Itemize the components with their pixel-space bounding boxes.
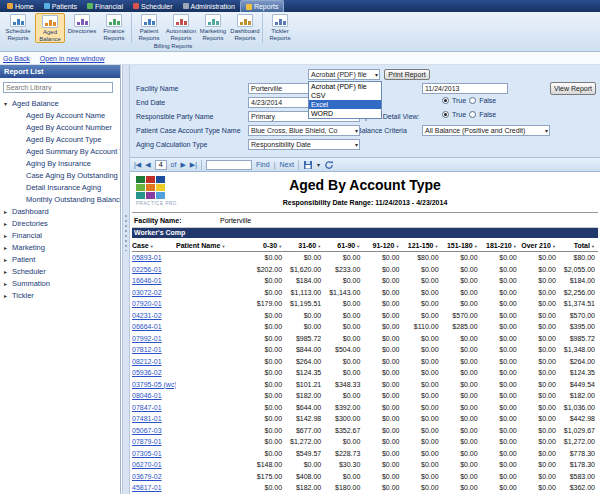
tab-administration[interactable]: Administration xyxy=(178,0,240,12)
tree-item-dashboard[interactable]: ▸Dashboard xyxy=(0,206,120,218)
tree-item-scheduler[interactable]: ▸Scheduler xyxy=(0,266,120,278)
view-report-button[interactable]: View Report xyxy=(550,82,596,95)
tree-toggle-icon[interactable]: ▸ xyxy=(4,206,12,218)
ribbon-button-automation-reports[interactable]: Automation Reports xyxy=(166,13,196,43)
tree-toggle-icon[interactable]: ▸ xyxy=(4,278,12,290)
case-link[interactable]: 04231-02 xyxy=(132,312,162,319)
case-link[interactable]: 07879-01 xyxy=(132,438,162,445)
first-page-button[interactable]: |◀ xyxy=(134,161,141,169)
ribbon-button-tickler-reports[interactable]: Tickler Reports xyxy=(265,13,295,43)
case-link[interactable]: 05936-02 xyxy=(132,369,162,376)
page-number-input[interactable] xyxy=(155,160,167,170)
case-link[interactable]: 05893-01 xyxy=(132,254,162,261)
ribbon-button-finance-reports[interactable]: Finance Reports xyxy=(99,13,129,43)
tree-item-aged-by-account-type[interactable]: Aged By Account Type xyxy=(0,134,120,146)
tree-item-monthly-outstanding-balance-a[interactable]: Monthly Outstanding Balance A xyxy=(0,194,120,206)
tree-toggle-icon[interactable]: ▾ xyxy=(4,98,12,110)
format-option-excel[interactable]: Excel xyxy=(309,100,381,109)
tree-item-case-aging-by-outstanding-day[interactable]: Case Aging By Outstanding Day xyxy=(0,170,120,182)
case-link[interactable]: 08046-01 xyxy=(132,392,162,399)
export-icon[interactable] xyxy=(303,160,313,170)
ribbon-button-patient-reports[interactable]: Patient Reports xyxy=(134,13,164,43)
tree-item-patient[interactable]: ▸Patient xyxy=(0,254,120,266)
next-page-button[interactable]: ▶ xyxy=(180,161,185,169)
tab-home[interactable]: Home xyxy=(2,0,39,12)
radio-true-icon[interactable] xyxy=(442,97,449,104)
find-link[interactable]: Find xyxy=(256,161,270,168)
tree-toggle-icon[interactable]: ▸ xyxy=(4,254,12,266)
export-format-select[interactable]: Acrobat (PDF) file ▾ xyxy=(308,69,380,80)
tree-toggle-icon[interactable]: ▸ xyxy=(4,266,12,278)
case-link[interactable]: 07847-01 xyxy=(132,404,162,411)
tree-item-aged-by-account-number[interactable]: Aged By Account Number xyxy=(0,122,120,134)
tree-item-detail-insurance-aging[interactable]: Detail Insurance Aging xyxy=(0,182,120,194)
radio-false-icon[interactable] xyxy=(469,97,476,104)
ribbon-button-directories[interactable]: Directories xyxy=(67,13,97,43)
case-link[interactable]: 03072-02 xyxy=(132,289,162,296)
format-option-word[interactable]: WORD xyxy=(309,109,381,118)
prev-page-button[interactable]: ◀ xyxy=(145,161,150,169)
export-caret-icon[interactable]: ▾ xyxy=(317,161,320,168)
tree-item-aged-balance[interactable]: ▾Aged Balance xyxy=(0,98,120,110)
tree-toggle-icon[interactable]: ▸ xyxy=(4,290,12,302)
tree-item-marketing[interactable]: ▸Marketing xyxy=(0,242,120,254)
refresh-icon[interactable] xyxy=(324,160,334,170)
tree-item-aged-by-account-name[interactable]: Aged By Account Name xyxy=(0,110,120,122)
tree-item-directories[interactable]: ▸Directories xyxy=(0,218,120,230)
balance-criteria-select[interactable]: All Balance (Positive and Credit) ▾ xyxy=(422,125,550,136)
radio-true-icon[interactable] xyxy=(442,111,449,118)
case-link[interactable]: 05067-03 xyxy=(132,427,162,434)
case-link[interactable]: 07481-01 xyxy=(132,415,162,422)
column-header-case[interactable]: Case ▼ xyxy=(132,242,176,249)
ribbon-button-dashboard-reports[interactable]: Dashboard Reports xyxy=(230,13,260,43)
tree-toggle-icon[interactable]: ▸ xyxy=(4,218,12,230)
column-header-121-150[interactable]: 121-150 ▼ xyxy=(402,242,441,249)
case-link[interactable]: 06664-01 xyxy=(132,323,162,330)
case-link[interactable]: 08212-01 xyxy=(132,358,162,365)
column-header-over-210[interactable]: Over 210 ▼ xyxy=(520,242,559,249)
ribbon-button-schedule-reports[interactable]: Schedule Reports xyxy=(3,13,33,43)
tab-patients[interactable]: Patients xyxy=(39,0,82,12)
tab-scheduler[interactable]: Scheduler xyxy=(128,0,178,12)
tree-item-tickler[interactable]: ▸Tickler xyxy=(0,290,120,302)
case-link[interactable]: 45817-01 xyxy=(132,484,162,491)
column-header-151-180[interactable]: 151-180 ▼ xyxy=(442,242,481,249)
last-page-button[interactable]: ▶| xyxy=(190,161,197,169)
find-input[interactable] xyxy=(206,160,252,170)
tree-item-aging-by-insurance[interactable]: Aging By Insurance xyxy=(0,158,120,170)
tab-financial[interactable]: Financial xyxy=(82,0,128,12)
radio-false-icon[interactable] xyxy=(469,111,476,118)
column-header-31-60[interactable]: 31-60 ▼ xyxy=(285,242,324,249)
param-select-patient-case-account-type-name[interactable]: Blue Cross, Blue Shield, Co▾ xyxy=(248,125,360,136)
case-link[interactable]: 07920-01 xyxy=(132,300,162,307)
case-link[interactable]: 03795-05 (wc) xyxy=(132,381,176,388)
column-header-181-210[interactable]: 181-210 ▼ xyxy=(481,242,520,249)
tree-item-aged-summary-by-account-type[interactable]: Aged Summary By Account Type xyxy=(0,146,120,158)
print-report-button[interactable]: Print Report xyxy=(384,69,430,80)
case-link[interactable]: 07305-01 xyxy=(132,450,162,457)
case-link[interactable]: 02256-01 xyxy=(132,266,162,273)
tree-toggle-icon[interactable]: ▸ xyxy=(4,230,12,242)
case-link[interactable]: 16646-01 xyxy=(132,277,162,284)
start-date-input[interactable] xyxy=(422,83,508,94)
format-option-acrobat-pdf-file[interactable]: Acrobat (PDF) file xyxy=(309,82,381,91)
next-link[interactable]: Next xyxy=(279,161,293,168)
column-header-total[interactable]: Total ▼ xyxy=(559,242,598,249)
tab-reports[interactable]: Reports xyxy=(240,0,285,12)
ribbon-button-marketing-reports[interactable]: Marketing Reports xyxy=(198,13,228,43)
case-link[interactable]: 06270-01 xyxy=(132,461,162,468)
ribbon-button-aged-balance[interactable]: Aged Balance xyxy=(35,13,65,43)
format-option-csv[interactable]: CSV xyxy=(309,91,381,100)
panel-splitter[interactable] xyxy=(122,65,130,494)
go-back-link[interactable]: Go Back xyxy=(3,55,30,62)
case-link[interactable]: 07992-01 xyxy=(132,335,162,342)
tree-item-financial[interactable]: ▸Financial xyxy=(0,230,120,242)
column-header-0-30[interactable]: 0-30 ▼ xyxy=(246,242,285,249)
column-header-patient-name[interactable]: Patient Name ▼ xyxy=(176,242,246,249)
case-link[interactable]: 03679-02 xyxy=(132,473,162,480)
tree-toggle-icon[interactable]: ▸ xyxy=(4,242,12,254)
case-link[interactable]: 07812-01 xyxy=(132,346,162,353)
tree-item-summation[interactable]: ▸Summation xyxy=(0,278,120,290)
open-new-window-link[interactable]: Open in new window xyxy=(40,55,105,62)
column-header-61-90[interactable]: 61-90 ▼ xyxy=(324,242,363,249)
